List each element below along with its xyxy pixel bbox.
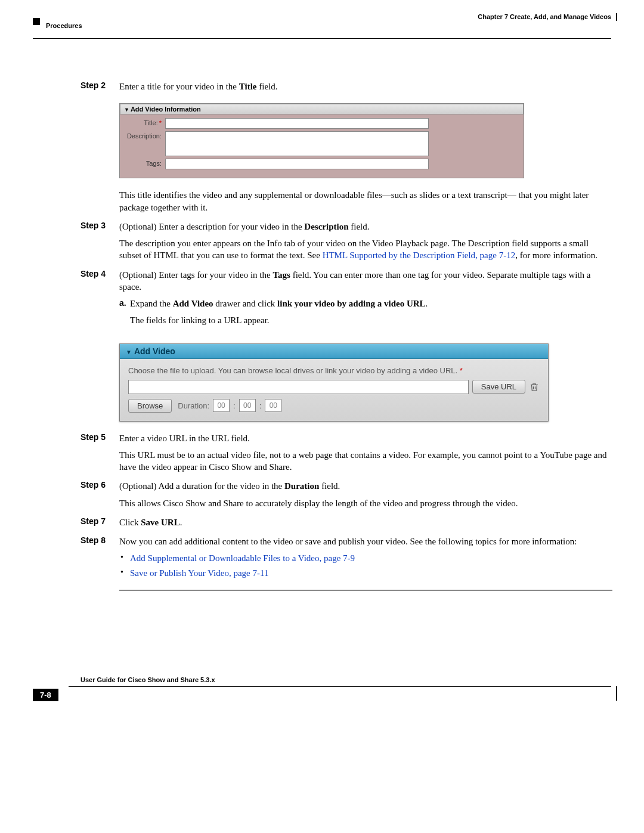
step-2: Step 2 Enter a title for your video in t… (33, 80, 611, 97)
description-label: Description: (125, 131, 165, 140)
text: . (180, 518, 182, 527)
substep-a: a. Expand the Add Video drawer and click… (119, 298, 611, 332)
save-url-button[interactable]: Save URL (472, 380, 525, 394)
step-2-continued: This title identifies the video and any … (33, 189, 611, 218)
panel-title: Add Video Information (131, 106, 201, 113)
text: field. (257, 82, 278, 91)
panel-header[interactable]: ▼Add Video Information (120, 104, 524, 114)
field-name: Title (239, 82, 257, 91)
colon: : (259, 401, 262, 410)
instruction-text: Choose the file to upload. You can brows… (128, 366, 457, 375)
step-label: Step 4 (33, 269, 119, 336)
step-4: Step 4 (Optional) Enter tags for your vi… (33, 269, 611, 336)
duration-label: Duration: (178, 401, 209, 410)
step-label: Step 7 (33, 516, 119, 533)
step-7: Step 7 Click Save URL. (33, 516, 611, 533)
title-input[interactable] (165, 118, 429, 129)
required-asterisk: * (159, 119, 162, 126)
duration-seconds[interactable]: 00 (265, 399, 281, 412)
description-input[interactable] (165, 131, 429, 156)
tags-input[interactable] (165, 159, 429, 169)
browse-button[interactable]: Browse (128, 399, 172, 413)
section-title: Procedures (46, 22, 82, 29)
step-8: Step 8 Now you can add additional conten… (33, 535, 611, 581)
drawer-title: Add Video (134, 346, 175, 356)
tags-label: Tags: (125, 159, 165, 167)
step-label: Step 6 (33, 480, 119, 514)
step-body: Enter a title for your video in the Titl… (119, 80, 611, 97)
chevron-down-icon: ▼ (126, 349, 132, 355)
text: This title identifies the video and any … (119, 189, 611, 213)
text: Now you can add additional content to th… (119, 535, 611, 547)
end-rule (119, 590, 612, 591)
trash-icon[interactable] (529, 382, 540, 392)
step-label: Step 2 (33, 80, 119, 97)
text: Click (119, 518, 141, 527)
link-add-supplemental[interactable]: Add Supplemental or Downloadable Files t… (130, 553, 355, 563)
footer-rule (69, 686, 611, 687)
form-area: Title:* Description: Tags: (120, 114, 524, 178)
duration-minutes[interactable]: 00 (239, 399, 256, 412)
link-save-publish[interactable]: Save or Publish Your Video, page 7-11 (130, 568, 268, 578)
ui-name: link your video by adding a video URL (277, 299, 426, 308)
chevron-down-icon: ▼ (124, 107, 129, 113)
text: This URL must be to an actual video file… (119, 449, 611, 473)
ui-name: Add Video (173, 299, 213, 308)
text: This allows Cisco Show and Share to accu… (119, 497, 611, 509)
title-label: Title:* (125, 118, 165, 126)
step-label: Step 5 (33, 432, 119, 478)
guide-title: User Guide for Cisco Show and Share 5.3.… (80, 676, 215, 683)
page-content: Step 2 Enter a title for your video in t… (33, 80, 611, 591)
header-vbar (616, 13, 617, 21)
text: . (426, 299, 428, 308)
page-number: 7-8 (33, 689, 58, 701)
text: Expand the (130, 299, 173, 308)
field-name: Tags (273, 270, 290, 280)
chapter-title: Chapter 7 Create, Add, and Manage Videos (478, 13, 611, 20)
text: field. (319, 481, 340, 491)
step-label: Step 8 (33, 535, 119, 581)
required-asterisk: * (460, 366, 463, 375)
colon: : (233, 401, 236, 410)
drawer-header[interactable]: ▼Add Video (120, 344, 548, 359)
text: , for more information. (515, 250, 597, 260)
url-input[interactable] (128, 380, 469, 394)
page-footer: User Guide for Cisco Show and Share 5.3.… (33, 686, 611, 716)
duration-hours[interactable]: 00 (213, 399, 230, 412)
step-6: Step 6 (Optional) Add a duration for the… (33, 480, 611, 514)
text: (Optional) Enter tags for your video in … (119, 270, 273, 280)
text: Enter a video URL in the URL field. (119, 432, 611, 444)
substep-label: a. (119, 298, 130, 332)
text: The fields for linking to a URL appear. (130, 314, 611, 326)
page-header: Chapter 7 Create, Add, and Manage Videos… (33, 18, 611, 39)
text: (Optional) Enter a description for your … (119, 222, 304, 231)
link-html-supported[interactable]: HTML Supported by the Description Field,… (323, 250, 516, 260)
step-5: Step 5 Enter a video URL in the URL fiel… (33, 432, 611, 478)
figure-add-video-drawer: ▼Add Video Choose the file to upload. Yo… (119, 343, 549, 422)
bullet-list: Add Supplemental or Downloadable Files t… (119, 552, 611, 579)
text: (Optional) Add a duration for the video … (119, 481, 284, 491)
ui-name: Save URL (141, 518, 179, 527)
footer-vbar (616, 686, 617, 701)
corner-decoration (33, 18, 40, 25)
field-name: Description (304, 222, 348, 231)
step-3: Step 3 (Optional) Enter a description fo… (33, 221, 611, 267)
field-name: Duration (284, 481, 319, 491)
text: drawer and click (213, 299, 277, 308)
step-label: Step 3 (33, 221, 119, 267)
text: field. (349, 222, 370, 231)
text: Enter a title for your video in the (119, 82, 239, 91)
figure-add-video-information: ▼Add Video Information Title:* Descripti… (119, 103, 524, 178)
